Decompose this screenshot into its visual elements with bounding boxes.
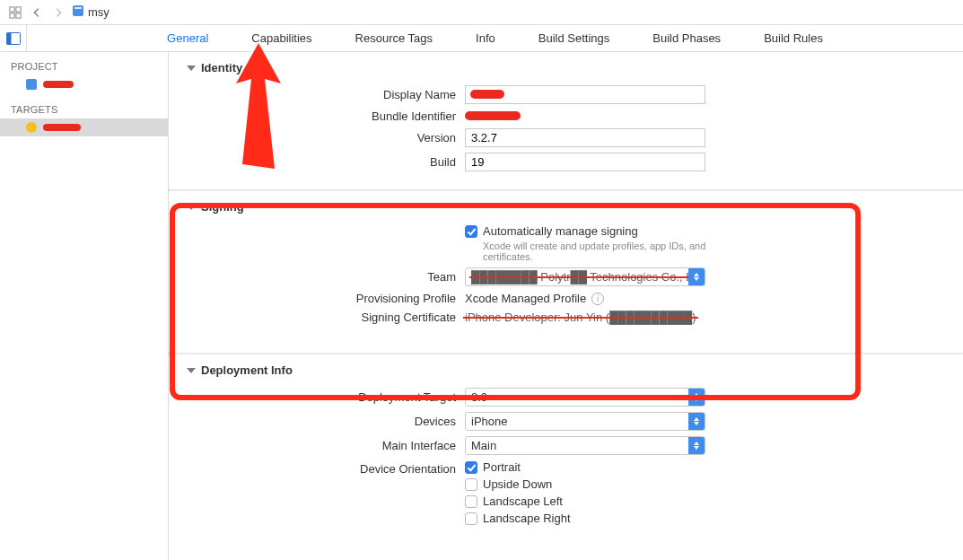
deployment-target-select[interactable]: 8.0 bbox=[465, 388, 705, 407]
redacted-bundle-id bbox=[465, 111, 521, 120]
orientation-upside-label: Upside Down bbox=[483, 477, 552, 491]
breadcrumb[interactable]: msy bbox=[72, 4, 109, 20]
project-icon bbox=[25, 78, 38, 91]
auto-manage-signing-label: Automatically manage signing bbox=[483, 224, 725, 238]
orientation-landscape-right-checkbox[interactable] bbox=[465, 512, 477, 525]
main-interface-label: Main Interface bbox=[169, 439, 465, 452]
project-settings-tabs: General Capabilities Resource Tags Info … bbox=[27, 25, 963, 51]
settings-content: Identity Display Name Bundle Identifier … bbox=[169, 52, 963, 560]
version-input[interactable] bbox=[465, 128, 705, 147]
sidebar-project-header: PROJECT bbox=[0, 57, 168, 75]
select-stepper-icon bbox=[688, 437, 705, 454]
provisioning-profile-value: Xcode Managed Profile bbox=[465, 292, 586, 305]
svg-rect-3 bbox=[16, 13, 21, 17]
orientation-upside-checkbox[interactable] bbox=[465, 478, 477, 491]
auto-manage-signing-help: Xcode will create and update profiles, a… bbox=[483, 241, 725, 262]
editor-tab-bar: General Capabilities Resource Tags Info … bbox=[0, 25, 963, 52]
redacted-target-name bbox=[43, 124, 81, 131]
related-items-icon[interactable] bbox=[7, 4, 23, 21]
redacted-display-name bbox=[470, 90, 504, 99]
svg-point-9 bbox=[26, 122, 37, 133]
tab-general[interactable]: General bbox=[163, 25, 212, 51]
auto-manage-signing-checkbox[interactable] bbox=[465, 225, 477, 238]
version-label: Version bbox=[169, 131, 465, 144]
devices-select[interactable]: iPhone bbox=[465, 412, 705, 431]
redacted-project-name bbox=[43, 81, 74, 88]
devices-label: Devices bbox=[169, 415, 465, 428]
sidebar-targets-header: TARGETS bbox=[0, 101, 168, 118]
svg-rect-1 bbox=[16, 6, 21, 11]
bundle-id-label: Bundle Identifier bbox=[169, 109, 465, 123]
svg-rect-2 bbox=[10, 13, 14, 17]
tab-resource-tags[interactable]: Resource Tags bbox=[352, 25, 436, 51]
disclosure-triangle-icon bbox=[187, 205, 196, 210]
team-select[interactable]: ████████ Polytr██ Technologies Co., Ltd. bbox=[465, 267, 705, 286]
signing-section: Signing Automatically manage signing Xco… bbox=[169, 191, 963, 353]
devices-value: iPhone bbox=[466, 413, 688, 430]
svg-rect-4 bbox=[73, 5, 83, 16]
info-icon[interactable]: i bbox=[591, 293, 604, 305]
identity-section: Identity Display Name Bundle Identifier … bbox=[169, 52, 963, 189]
deployment-title: Deployment Info bbox=[201, 363, 293, 377]
sidebar-project-item[interactable] bbox=[0, 75, 168, 93]
svg-rect-5 bbox=[74, 7, 82, 9]
redacted-certificate-value: iPhone Developer: Jun Yin (██████████) bbox=[465, 311, 696, 324]
orientation-label: Device Orientation bbox=[169, 460, 465, 476]
orientation-portrait-label: Portrait bbox=[483, 460, 521, 474]
redacted-team-value: ████████ Polytr██ Technologies Co., Ltd. bbox=[471, 270, 688, 284]
select-stepper-icon bbox=[688, 413, 705, 430]
orientation-landscape-left-label: Landscape Left bbox=[483, 494, 563, 508]
svg-rect-8 bbox=[26, 79, 37, 90]
svg-rect-7 bbox=[6, 32, 11, 44]
project-targets-sidebar: PROJECT TARGETS bbox=[0, 52, 169, 560]
breadcrumb-project-name: msy bbox=[88, 5, 109, 19]
tab-capabilities[interactable]: Capabilities bbox=[248, 25, 315, 51]
sidebar-target-item[interactable] bbox=[0, 118, 168, 136]
forward-button[interactable] bbox=[50, 4, 66, 21]
tab-info[interactable]: Info bbox=[472, 25, 499, 51]
tab-build-phases[interactable]: Build Phases bbox=[649, 25, 724, 51]
display-name-label: Display Name bbox=[169, 88, 465, 101]
build-label: Build bbox=[169, 155, 465, 169]
signing-certificate-label: Signing Certificate bbox=[169, 311, 465, 324]
main-interface-value: Main bbox=[466, 437, 688, 454]
signing-title: Signing bbox=[201, 200, 244, 214]
deployment-header[interactable]: Deployment Info bbox=[169, 363, 963, 377]
team-label: Team bbox=[169, 270, 465, 284]
deployment-target-value: 8.0 bbox=[466, 389, 688, 406]
build-input[interactable] bbox=[465, 153, 705, 171]
signing-header[interactable]: Signing bbox=[169, 200, 963, 214]
panel-toggle-icon[interactable] bbox=[0, 25, 27, 52]
deployment-section: Deployment Info Deployment Target 8.0 De… bbox=[169, 354, 963, 543]
orientation-landscape-left-checkbox[interactable] bbox=[465, 495, 477, 508]
identity-title: Identity bbox=[201, 61, 242, 74]
disclosure-triangle-icon bbox=[187, 368, 196, 373]
orientation-landscape-right-label: Landscape Right bbox=[483, 512, 571, 525]
select-stepper-icon bbox=[688, 268, 705, 285]
project-file-icon bbox=[72, 4, 84, 20]
tab-build-settings[interactable]: Build Settings bbox=[535, 25, 614, 51]
select-stepper-icon bbox=[688, 389, 705, 406]
disclosure-triangle-icon bbox=[187, 66, 196, 71]
svg-rect-0 bbox=[10, 6, 14, 11]
tab-build-rules[interactable]: Build Rules bbox=[760, 25, 827, 51]
orientation-portrait-checkbox[interactable] bbox=[465, 461, 477, 474]
identity-header[interactable]: Identity bbox=[169, 61, 963, 74]
provisioning-profile-label: Provisioning Profile bbox=[169, 292, 465, 305]
main-interface-select[interactable]: Main bbox=[465, 436, 705, 455]
target-app-icon bbox=[25, 121, 38, 134]
deployment-target-label: Deployment Target bbox=[169, 390, 465, 404]
back-button[interactable] bbox=[29, 4, 45, 21]
breadcrumb-bar: msy bbox=[0, 0, 963, 25]
